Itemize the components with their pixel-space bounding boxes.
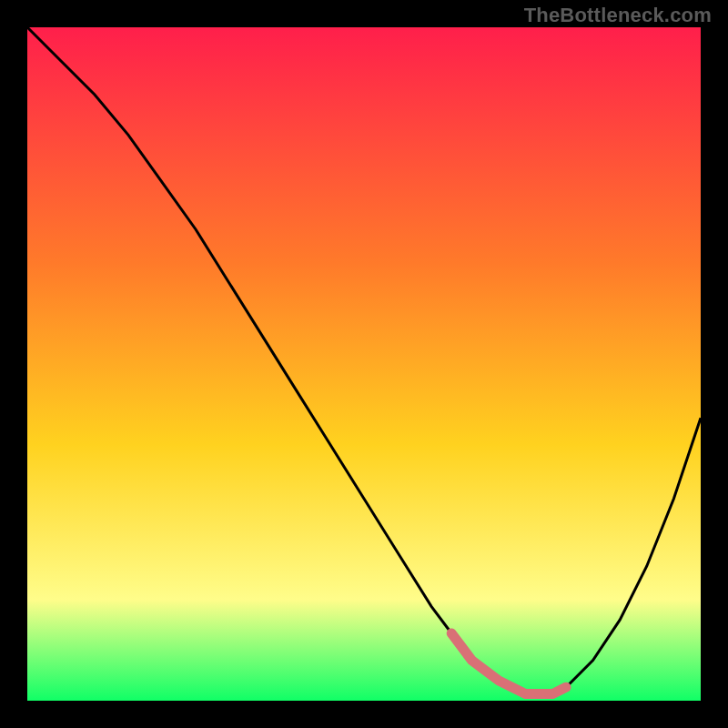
plot-area — [27, 27, 701, 701]
watermark-text: TheBottleneck.com — [524, 4, 712, 27]
gradient-background — [27, 27, 701, 701]
chart-frame: TheBottleneck.com — [0, 0, 728, 728]
chart-svg — [27, 27, 701, 701]
